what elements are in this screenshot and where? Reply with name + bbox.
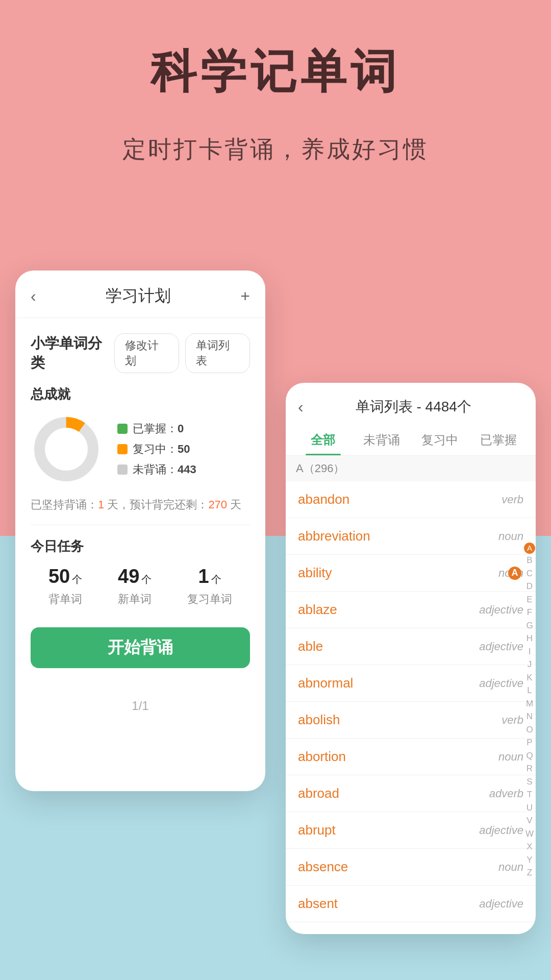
subtitle: 定时打卡背诵，养成好习惯 (122, 134, 429, 165)
tab-unmemorized[interactable]: 未背诵 (353, 425, 411, 455)
word-row[interactable]: ability noun A (286, 555, 536, 592)
word-row[interactable]: absolutely adverb (286, 922, 536, 934)
word-row[interactable]: abroad adverb (286, 775, 536, 812)
achievement-label: 总成就 (31, 385, 250, 403)
word-row[interactable]: abbreviation noun (286, 518, 536, 555)
word-text: ability (298, 565, 332, 581)
alpha-q[interactable]: Q (526, 749, 533, 763)
word-pos: adverb (489, 787, 523, 800)
alpha-a[interactable]: A (524, 543, 535, 554)
tab-reviewing[interactable]: 复习中 (411, 425, 469, 455)
word-text: abbreviation (298, 528, 370, 544)
word-text: abrupt (298, 822, 336, 838)
alpha-o[interactable]: O (526, 723, 533, 737)
stat-unit-review: 个 (211, 573, 221, 586)
alpha-j[interactable]: J (528, 658, 532, 671)
back-btn-right[interactable]: ‹ (298, 398, 304, 416)
word-row[interactable]: abnormal adjective (286, 665, 536, 702)
alpha-k[interactable]: K (527, 671, 532, 684)
legend-dot-orange (117, 444, 128, 454)
tabs-row: 全部 未背诵 复习中 已掌握 (286, 425, 536, 456)
legend-item-unmemorized: 未背诵：443 (117, 462, 196, 477)
card-left-body: 小学单词分类 修改计划 单词列表 总成就 (15, 318, 265, 699)
alpha-s[interactable]: S (527, 775, 532, 789)
legend: 已掌握：0 复习中：50 未背诵：443 (117, 421, 196, 477)
cards-container: ‹ 学习计划 + 小学单词分类 修改计划 单词列表 总成就 (0, 271, 551, 980)
alpha-x[interactable]: X (527, 840, 532, 853)
start-btn[interactable]: 开始背诵 (31, 627, 250, 668)
stat-desc-new: 新单词 (118, 592, 152, 607)
alpha-z[interactable]: Z (527, 866, 532, 879)
divider (31, 525, 250, 525)
legend-dot-green (117, 424, 128, 434)
word-pos: adjective (479, 824, 523, 837)
modify-plan-btn[interactable]: 修改计划 (114, 333, 179, 373)
right-card-title: 单词列表 - 4484个 (304, 397, 523, 416)
word-text: abortion (298, 749, 346, 765)
alpha-h[interactable]: H (527, 632, 533, 645)
word-list-btn[interactable]: 单词列表 (185, 333, 250, 373)
word-pos: adverb (489, 934, 523, 935)
alphabet-index[interactable]: A B C D E F G H I J K L M N O P Q (523, 543, 536, 879)
alpha-v[interactable]: V (527, 814, 532, 827)
word-text: absence (298, 859, 348, 875)
word-text: abnormal (298, 675, 353, 691)
legend-label-unmemorized: 未背诵：443 (133, 462, 196, 477)
word-list[interactable]: abandon verb abbreviation noun ability n… (286, 481, 536, 934)
legend-item-mastered: 已掌握：0 (117, 421, 196, 436)
alpha-e[interactable]: E (527, 593, 532, 606)
legend-label-mastered: 已掌握：0 (133, 421, 184, 436)
alpha-f[interactable]: F (527, 606, 532, 619)
word-row[interactable]: absent adjective (286, 886, 536, 922)
stat-desc-review: 复习单词 (187, 592, 232, 607)
bottom-section: ‹ 学习计划 + 小学单词分类 修改计划 单词列表 总成就 (0, 536, 551, 980)
word-row[interactable]: absence noun (286, 849, 536, 886)
word-pos: noun (498, 861, 523, 874)
tab-mastered[interactable]: 已掌握 (469, 425, 528, 455)
alpha-w[interactable]: W (525, 827, 534, 841)
alpha-c[interactable]: C (527, 567, 533, 580)
stat-item-new: 49 个 新单词 (118, 566, 152, 607)
alpha-p[interactable]: P (527, 736, 532, 749)
alpha-m[interactable]: M (526, 697, 533, 710)
card-left-footer: 1/1 (15, 699, 265, 713)
legend-item-reviewing: 复习中：50 (117, 442, 196, 457)
alpha-y[interactable]: Y (527, 853, 532, 867)
stats-row: 50 个 背单词 49 个 新单词 1 (31, 566, 250, 607)
card-study-plan: ‹ 学习计划 + 小学单词分类 修改计划 单词列表 总成就 (15, 271, 265, 791)
word-text: abroad (298, 786, 339, 801)
word-row[interactable]: abandon verb (286, 481, 536, 518)
word-pos: adjective (479, 897, 523, 911)
alpha-n[interactable]: N (527, 710, 533, 723)
alpha-b[interactable]: B (527, 554, 532, 567)
alpha-l[interactable]: L (527, 684, 532, 697)
word-text: abolish (298, 712, 340, 728)
section-header: 小学单词分类 修改计划 单词列表 (31, 333, 250, 373)
alpha-d[interactable]: D (527, 580, 533, 593)
alpha-u[interactable]: U (527, 801, 533, 815)
word-row[interactable]: abortion noun (286, 739, 536, 775)
stat-num-review: 1 (198, 566, 209, 587)
word-text: able (298, 639, 323, 654)
word-pos: adjective (479, 603, 523, 617)
word-row[interactable]: able adjective (286, 628, 536, 665)
back-btn-left[interactable]: ‹ (31, 287, 36, 306)
pagination: 1/1 (132, 699, 148, 713)
main-title: 科学记单词 (151, 41, 400, 103)
group-label-a: A（296） (286, 456, 536, 481)
word-pos: adjective (479, 640, 523, 653)
badge-a: A (508, 567, 521, 580)
word-text: abandon (298, 492, 349, 507)
alpha-t[interactable]: T (527, 788, 532, 801)
word-row[interactable]: ablaze adjective (286, 592, 536, 628)
word-row[interactable]: abolish verb (286, 702, 536, 739)
word-row[interactable]: abrupt adjective (286, 812, 536, 849)
alpha-i[interactable]: I (529, 645, 531, 658)
add-btn-left[interactable]: + (240, 287, 250, 306)
alpha-g[interactable]: G (526, 619, 533, 632)
word-pos: adjective (479, 677, 523, 690)
tab-all[interactable]: 全部 (294, 425, 353, 455)
alpha-r[interactable]: R (527, 762, 533, 775)
stat-item-review: 1 个 复习单词 (187, 566, 232, 607)
header-buttons: 修改计划 单词列表 (114, 333, 250, 373)
